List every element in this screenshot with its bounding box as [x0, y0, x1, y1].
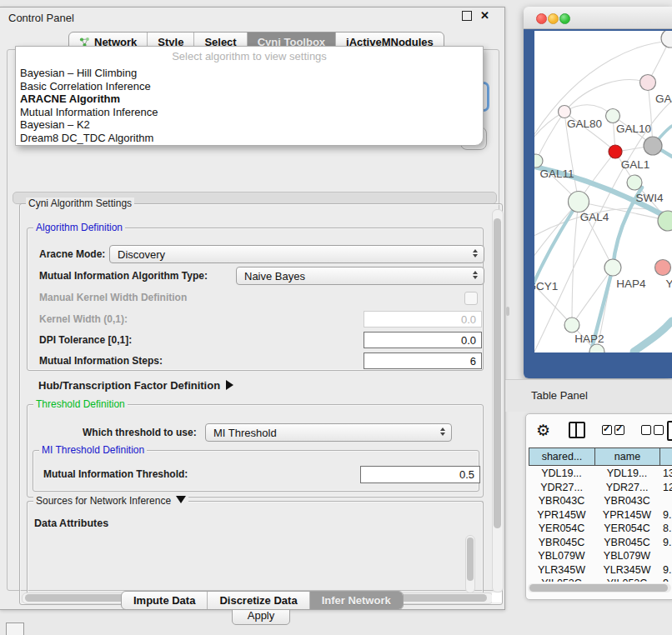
table-row[interactable]: YBL079WYBL079W	[529, 549, 672, 563]
network-node-hap4[interactable]	[604, 259, 621, 276]
document-icon[interactable]	[667, 421, 672, 441]
cyni-algorithm-settings-group: Cyni Algorithm Settings Algorithm Defini…	[19, 203, 503, 605]
table-cell: YER054C	[529, 522, 594, 534]
table-cell: YLR345W	[529, 564, 594, 576]
table-cell: 9.	[659, 564, 672, 576]
mi-steps-field[interactable]: 6	[364, 352, 482, 369]
network-node-gal[interactable]	[640, 75, 656, 91]
node-label-hap4: HAP4	[616, 278, 646, 290]
cyni-bottom-tabs: Impute DataDiscretize DataInfer Network	[121, 591, 404, 610]
algorithm-option-aracne-algorithm[interactable]: ARACNE Algorithm	[16, 92, 483, 106]
attributes-scrollbar-thumb[interactable]	[467, 538, 474, 581]
table-cell: YIL052C	[594, 578, 659, 582]
table-row[interactable]: YDL19...YDL19...13	[529, 467, 672, 481]
algorithm-option-bayesian-k2[interactable]: Bayesian – K2	[16, 118, 483, 132]
table-row[interactable]: YBR043CYBR043C	[529, 494, 672, 508]
network-window-titlebar[interactable]	[524, 7, 672, 29]
table-cell: YLR345W	[594, 564, 659, 576]
manual-kernel-label: Manual Kernel Width Definition	[39, 292, 187, 303]
network-node-gal1[interactable]	[609, 145, 622, 158]
settings-vertical-scrollbar[interactable]	[492, 209, 504, 592]
which-threshold-combo[interactable]: MI Threshold	[205, 423, 452, 442]
kernel-width-field[interactable]: 0.0	[364, 311, 482, 328]
mi-type-value: Naive Bayes	[244, 270, 305, 282]
attributes-scrollbar[interactable]	[465, 535, 475, 593]
algorithm-option-mutual-information-inference[interactable]: Mutual Information Inference	[16, 106, 483, 119]
kernel-width-value: 0.0	[461, 313, 476, 326]
panel-splitter-handle[interactable]	[506, 307, 509, 316]
table-row[interactable]: YBR045CYBR045C9.	[529, 536, 672, 550]
hub-definition-toggle[interactable]: Hub/Transcription Factor Definition	[38, 379, 233, 392]
network-node[interactable]	[644, 137, 662, 155]
table-row[interactable]: YPR145WYPR145W9.	[529, 508, 672, 522]
algorithm-dropdown-popup: Select algorithm to view settings Bayesi…	[15, 46, 484, 146]
node-label-swi4: SWI4	[635, 192, 663, 204]
collapse-arrow-icon	[176, 496, 186, 503]
table-row[interactable]: YIL052CYIL052C9.	[529, 577, 672, 582]
table-cell: YBR043C	[594, 495, 659, 507]
column-header-shared[interactable]: shared...	[529, 448, 595, 465]
mac-minimize-icon[interactable]	[548, 13, 559, 24]
settings-vscrollbar-thumb[interactable]	[494, 218, 501, 528]
algorithm-option-basic-correlation-inference[interactable]: Basic Correlation Inference	[16, 80, 483, 93]
table-cell: YBL079W	[594, 550, 659, 562]
network-selected-frame: GALGAL80GAL10GAL1GAL11GAL4SWI4GCY1HAP4YH…	[524, 29, 672, 378]
algorithm-option-dream8-dc-tdc-algorithm[interactable]: Dream8 DC_TDC Algorithm	[16, 132, 483, 145]
threshold-definition-group: Threshold Definition Which threshold to …	[27, 404, 484, 498]
network-node[interactable]	[627, 175, 642, 190]
network-node-gal10[interactable]	[606, 109, 620, 123]
table-cell: YBR043C	[529, 495, 594, 507]
table-row[interactable]: YER054CYER054C8.	[529, 522, 672, 536]
control-panel-title: Control Panel	[8, 12, 74, 24]
float-window-icon[interactable]	[462, 11, 472, 21]
deselect-all-checkboxes-icon[interactable]	[641, 425, 664, 435]
table-row[interactable]: YDR27...YDR27...12	[529, 481, 672, 495]
table-cell: YBR045C	[594, 537, 659, 548]
which-threshold-label: Which threshold to use:	[83, 427, 197, 438]
gear-icon[interactable]: ⚙	[536, 422, 550, 438]
manual-kernel-checkbox[interactable]	[464, 292, 478, 305]
network-node-hap2[interactable]	[564, 318, 579, 332]
mi-steps-value: 6	[470, 355, 476, 368]
which-threshold-value: MI Threshold	[213, 427, 277, 439]
network-node-y[interactable]	[655, 260, 671, 276]
node-label-gal4: GAL4	[580, 211, 609, 223]
table-cell: YPR145W	[529, 509, 594, 521]
network-node-gal80[interactable]	[559, 106, 571, 118]
algorithm-option-bayesian-hill-climbing[interactable]: Bayesian – Hill Climbing	[16, 67, 483, 80]
threshold-definition-title: Threshold Definition	[33, 398, 128, 410]
table-cell: YDR27...	[594, 482, 659, 493]
network-node-gal4[interactable]	[569, 192, 589, 212]
tab-infer-network[interactable]: Infer Network	[310, 592, 403, 609]
node-label-gal1: GAL1	[621, 158, 650, 171]
tab-impute-data[interactable]: Impute Data	[122, 592, 208, 609]
combo-arrows-icon	[473, 249, 478, 258]
mi-type-label: Mutual Information Algorithm Type:	[39, 270, 208, 282]
aracne-mode-label: Aracne Mode:	[39, 248, 105, 260]
close-icon[interactable]: ✕	[480, 12, 489, 20]
mi-threshold-value: 0.5	[459, 468, 474, 481]
network-node[interactable]	[661, 31, 672, 48]
table-hscrollbar-thumb[interactable]	[529, 584, 668, 592]
tab-discretize-data[interactable]: Discretize Data	[208, 592, 309, 609]
column-header-name[interactable]: name	[595, 448, 660, 465]
sources-group-title[interactable]: Sources for Network Inference	[33, 495, 188, 507]
mi-threshold-field[interactable]: 0.5	[360, 466, 480, 483]
network-canvas[interactable]: GALGAL80GAL10GAL1GAL11GAL4SWI4GCY1HAP4YH…	[534, 31, 672, 352]
mac-zoom-icon[interactable]	[559, 13, 570, 24]
mac-close-icon[interactable]	[536, 13, 547, 24]
table-cell: 9.	[659, 578, 672, 582]
dpi-tolerance-field[interactable]: 0.0	[364, 332, 482, 348]
table-horizontal-scrollbar[interactable]	[528, 583, 671, 592]
aracne-mode-combo[interactable]: Discovery	[109, 245, 484, 263]
mi-threshold-label: Mutual Information Threshold:	[43, 468, 188, 480]
table-cell: 9.	[659, 537, 672, 548]
bottom-corner-button[interactable]	[6, 622, 24, 635]
select-all-checkboxes-icon[interactable]	[602, 425, 624, 435]
mi-type-combo[interactable]: Naive Bayes	[236, 267, 484, 285]
table-row[interactable]: YLR345WYLR345W9.	[529, 563, 672, 578]
column-header-hidden[interactable]	[660, 448, 672, 465]
network-node-gal11[interactable]	[534, 154, 543, 168]
table-cell: 13	[659, 468, 672, 479]
split-column-icon[interactable]	[569, 422, 585, 438]
